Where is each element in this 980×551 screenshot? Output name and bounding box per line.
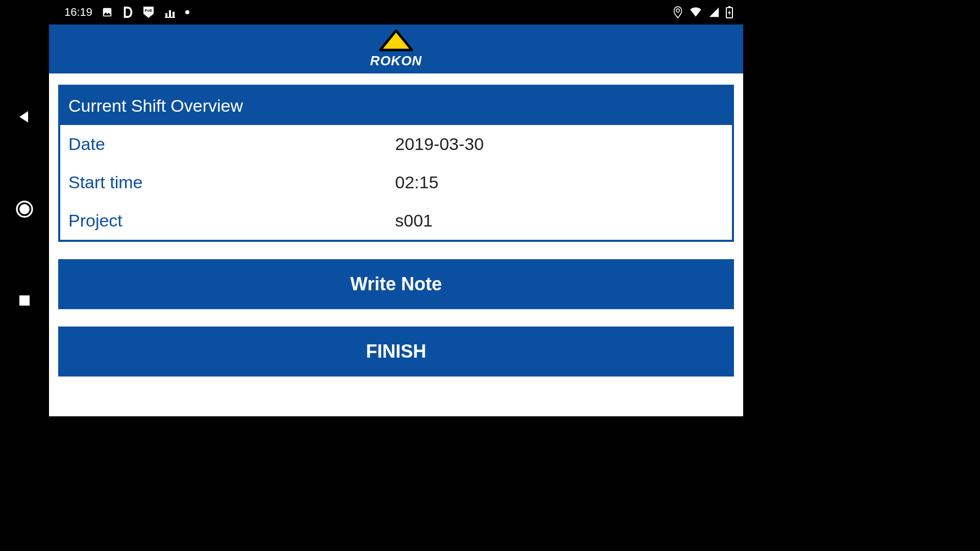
row-project: Project s001 [60, 202, 732, 240]
brand-name: ROKON [370, 53, 422, 69]
triangle-icon [378, 30, 414, 52]
status-bar: 16:19 FoE [49, 0, 743, 24]
card-body: Date 2019-03-30 Start time 02:15 Project… [60, 125, 732, 240]
status-bar-right [673, 6, 733, 19]
signal-icon [708, 7, 720, 18]
app-bar: ROKON [49, 24, 743, 76]
svg-point-1 [19, 204, 30, 214]
device-frame: 16:19 FoE [0, 0, 743, 416]
shift-overview-card: Current Shift Overview Date 2019-03-30 S… [58, 85, 734, 242]
chart-icon [164, 6, 176, 18]
row-start-time: Start time 02:15 [60, 163, 732, 202]
row-value: 2019-03-30 [395, 134, 484, 154]
screen: 16:19 FoE [49, 0, 743, 416]
content-area: Current Shift Overview Date 2019-03-30 S… [49, 76, 743, 416]
image-icon [102, 7, 113, 18]
location-icon [673, 6, 683, 19]
svg-rect-5 [165, 13, 167, 17]
letter-d-icon [122, 6, 133, 19]
nav-home-button[interactable] [14, 199, 35, 219]
write-note-button[interactable]: Write Note [58, 259, 734, 309]
svg-text:FoE: FoE [145, 8, 153, 13]
shield-foe-icon: FoE [142, 6, 155, 19]
row-label: Date [68, 134, 395, 154]
card-title: Current Shift Overview [60, 87, 732, 125]
wifi-icon [689, 7, 702, 18]
svg-rect-6 [169, 10, 171, 17]
svg-rect-2 [19, 295, 30, 306]
android-nav-bar [0, 0, 49, 416]
nav-back-button[interactable] [16, 108, 33, 126]
svg-rect-7 [173, 12, 175, 17]
status-bar-left: 16:19 FoE [64, 6, 189, 19]
finish-button[interactable]: FINISH [58, 327, 734, 377]
row-date: Date 2019-03-30 [60, 125, 732, 163]
svg-rect-8 [165, 17, 175, 18]
status-time: 16:19 [64, 6, 92, 19]
row-value: s001 [395, 211, 433, 231]
row-value: 02:15 [395, 172, 438, 192]
nav-recent-button[interactable] [17, 293, 32, 308]
brand-logo: ROKON [370, 30, 422, 69]
battery-icon [726, 6, 733, 18]
dot-icon [185, 10, 189, 14]
row-label: Project [68, 211, 395, 231]
row-label: Start time [68, 172, 395, 192]
svg-rect-10 [728, 6, 730, 8]
